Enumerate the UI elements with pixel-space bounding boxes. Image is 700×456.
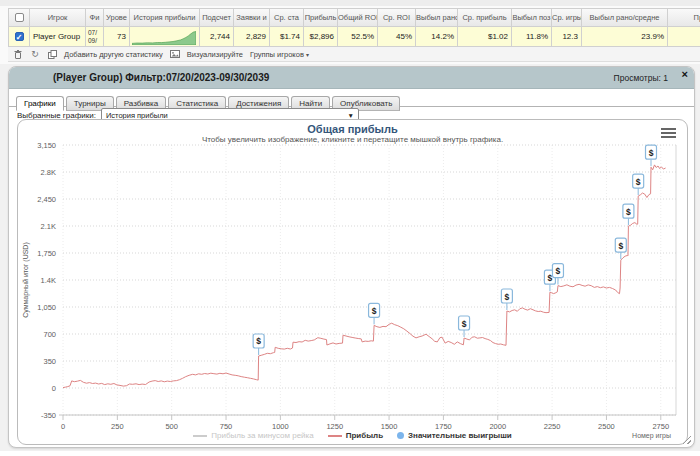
copy-icon[interactable] <box>47 49 57 59</box>
svg-text:0: 0 <box>52 384 56 393</box>
svg-text:$: $ <box>505 292 510 302</box>
svg-text:350: 350 <box>43 357 56 366</box>
panel-header: (Player Group) Фильтр:07/20/2023-09/30/2… <box>9 67 694 89</box>
col-header-late_out[interactable]: Выбыл поз <box>512 8 552 27</box>
big-win-marker[interactable]: $ <box>369 303 380 324</box>
col-header-profit[interactable]: Прибыль <box>304 8 338 27</box>
svg-text:$: $ <box>462 319 467 329</box>
svg-text:$: $ <box>548 273 553 283</box>
svg-text:$: $ <box>256 336 261 346</box>
col-header-history[interactable]: История прибыли <box>130 8 200 27</box>
big-win-marker[interactable]: $ <box>623 204 634 225</box>
big-win-marker[interactable]: $ <box>633 174 644 195</box>
col-header-early_avg[interactable]: Выбыл рано/средне <box>582 8 668 27</box>
add-statistic-button[interactable]: Добавить другую статистику <box>64 50 163 59</box>
svg-text:$: $ <box>649 148 654 158</box>
col-header-level[interactable]: Урове <box>104 8 130 27</box>
svg-text:2,450: 2,450 <box>37 195 56 204</box>
svg-text:1750: 1750 <box>435 422 452 431</box>
views-counter: Просмотры: 1 <box>614 67 668 89</box>
col-header-check[interactable] <box>8 8 30 27</box>
legend-label: Значительные выигрыши <box>408 431 512 440</box>
refresh-icon[interactable]: ↻ <box>30 49 40 59</box>
legend-item-big-wins[interactable]: Значительные выигрыши <box>397 431 512 440</box>
col-header-avg_roi[interactable]: Ср. ROI <box>378 8 416 27</box>
profit-history-sparkline <box>132 31 196 45</box>
legend-line-swatch <box>328 435 342 437</box>
svg-text:Суммарный итог (USD): Суммарный итог (USD) <box>22 242 30 318</box>
player-stats-table: ИгрокФиУровеИстория прибылиПодсчетЗаявки… <box>8 8 700 47</box>
table-toolbar: ↻ Добавить другую статистику Визуализиру… <box>8 47 700 62</box>
svg-text:2500: 2500 <box>598 422 615 431</box>
cell-avg_games: 12.3 <box>552 27 582 47</box>
row-checkbox[interactable]: ✓ <box>15 32 24 41</box>
svg-text:2.1K: 2.1K <box>41 222 56 231</box>
cell-profit_hr: $2.1 <box>668 27 700 47</box>
col-header-count[interactable]: Подсчет <box>200 8 234 27</box>
header-checkbox[interactable] <box>15 13 24 22</box>
cell-player[interactable]: Player Group <box>30 27 86 47</box>
cell-check[interactable]: ✓ <box>8 27 30 47</box>
col-header-player[interactable]: Игрок <box>30 8 86 27</box>
legend-label: Прибыль за минусом рейка <box>211 431 313 440</box>
col-header-date[interactable]: Фи <box>86 8 104 27</box>
big-win-marker[interactable]: $ <box>459 316 470 337</box>
svg-text:1500: 1500 <box>381 422 398 431</box>
hamburger-menu-icon[interactable] <box>661 128 676 139</box>
trash-icon[interactable] <box>13 49 23 59</box>
bottom-strip <box>0 451 700 456</box>
legend-item-profit[interactable]: Прибыль <box>328 431 383 440</box>
x-axis-title: Номер игры <box>632 432 671 439</box>
svg-text:750: 750 <box>220 422 233 431</box>
svg-text:$: $ <box>618 241 623 251</box>
cell-early_avg: 23.9% <box>582 27 668 47</box>
big-win-marker[interactable]: $ <box>646 145 657 166</box>
col-header-total_roi[interactable]: Общий ROI <box>338 8 378 27</box>
svg-text:0: 0 <box>61 422 65 431</box>
svg-text:$: $ <box>626 207 631 217</box>
player-groups-dropdown[interactable]: Группы игроков ▾ <box>250 50 309 59</box>
legend-line-swatch <box>193 435 207 437</box>
svg-text:2.8K: 2.8K <box>41 168 56 177</box>
chart-card: Общая прибыль Чтобы увеличить изображени… <box>17 119 688 445</box>
cell-total_roi: 52.5% <box>338 27 378 47</box>
chevron-down-icon: ▾ <box>306 52 309 58</box>
svg-text:$: $ <box>372 306 377 316</box>
panel-title: (Player Group) Фильтр:07/20/2023-09/30/2… <box>53 67 269 89</box>
col-header-avg_stake[interactable]: Ср. ста <box>270 8 304 27</box>
cell-count: 2,744 <box>200 27 234 47</box>
svg-text:700: 700 <box>43 330 56 339</box>
svg-text:2250: 2250 <box>544 422 561 431</box>
svg-text:-350: -350 <box>41 411 56 420</box>
profit-chart-plot[interactable]: 3,1502.8K2,4502.1K1,7501.4K1,0507003500-… <box>18 120 687 444</box>
chevron-down-icon: ▼ <box>347 112 353 119</box>
svg-text:1250: 1250 <box>326 422 343 431</box>
cell-date: 07/09/ <box>86 27 104 47</box>
col-header-profit_hr[interactable]: Прибыль/ча <box>668 8 700 27</box>
cell-avg_stake: $1.74 <box>270 27 304 47</box>
svg-text:2750: 2750 <box>652 422 669 431</box>
chart-legend: Прибыль за минусом рейкаПрибыльЗначитель… <box>18 431 687 440</box>
col-header-early_out[interactable]: Выбыл рано <box>416 8 458 27</box>
col-header-avg_games[interactable]: Ср. игры /. <box>552 8 582 27</box>
svg-text:500: 500 <box>165 422 178 431</box>
legend-dot-swatch <box>397 432 404 439</box>
svg-text:1,750: 1,750 <box>37 249 56 258</box>
legend-label: Прибыль <box>346 431 383 440</box>
col-header-avg_profit[interactable]: Ср. прибыль <box>458 8 512 27</box>
close-icon[interactable]: × <box>682 68 688 80</box>
big-win-marker[interactable]: $ <box>253 334 264 355</box>
visualize-button[interactable]: Визуализируйте <box>187 50 243 59</box>
svg-text:1.4K: 1.4K <box>41 276 56 285</box>
legend-item-profit-minus-rake[interactable]: Прибыль за минусом рейка <box>193 431 313 440</box>
svg-text:1000: 1000 <box>272 422 289 431</box>
svg-text:250: 250 <box>111 422 124 431</box>
svg-text:2000: 2000 <box>489 422 506 431</box>
cell-level: 73 <box>104 27 130 47</box>
filter-panel: (Player Group) Фильтр:07/20/2023-09/30/2… <box>8 66 695 448</box>
col-header-entries[interactable]: Заявки и <box>234 8 270 27</box>
cell-history <box>130 27 200 47</box>
image-icon <box>170 49 180 59</box>
svg-text:$: $ <box>636 177 641 187</box>
panel-tabs: ГрафикиТурнирыРазбивкаСтатистикаДостижен… <box>9 91 694 107</box>
